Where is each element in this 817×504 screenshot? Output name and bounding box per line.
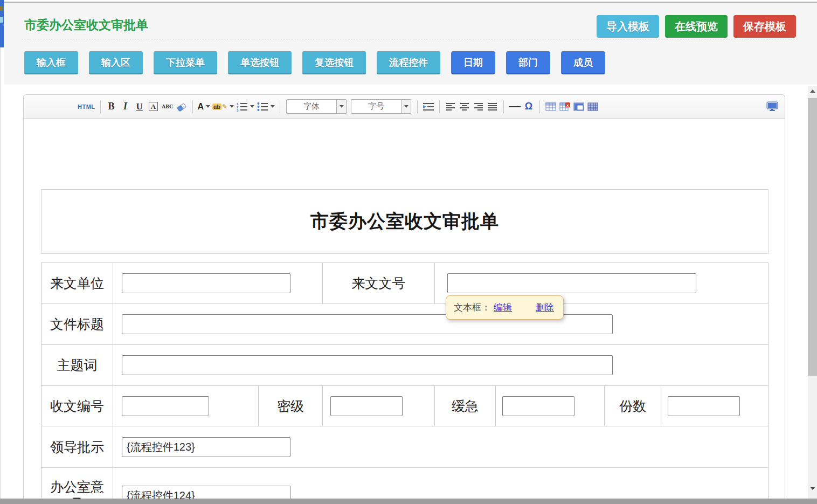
toolbar-separator [192,100,193,113]
chevron-down-icon[interactable] [401,100,411,113]
copies-input[interactable] [668,396,740,416]
strikethrough-icon[interactable]: ABC [161,100,175,114]
tooltip-label: 文本框： [454,301,490,314]
form-title: 市委办公室收文审批单 [310,209,499,234]
window-bottom-edge [0,499,817,504]
keywords-input[interactable] [122,355,613,375]
italic-icon[interactable]: I [119,100,133,114]
bold-icon[interactable]: B [105,100,119,114]
widget-flow-control-button[interactable]: 流程控件 [377,51,440,74]
online-preview-button[interactable]: 在线预览 [665,15,728,38]
table-row: 收文编号 密级 缓急 份数 [41,385,768,426]
table-frame-icon[interactable] [572,100,586,114]
editor-toolbar: HTML B I U A ABC A ab✎ 123 字体 [24,95,785,119]
table-row: 主题词 [41,344,768,386]
scroll-down-arrow-icon[interactable] [808,484,817,493]
toolbar-separator [280,100,280,113]
source-unit-input[interactable] [122,273,290,293]
svg-text:3: 3 [237,109,239,112]
label-receipt-number: 收文编号 [41,386,113,426]
form-title-cell: 市委办公室收文审批单 [41,189,768,254]
secrecy-input[interactable] [330,396,403,416]
table-grid-icon[interactable] [586,100,600,114]
chevron-down-icon [271,105,275,108]
tooltip-delete-link[interactable]: 删除 [536,301,554,314]
toolbar-separator [539,100,540,113]
widget-department-button[interactable]: 部门 [506,51,550,74]
window-left-edge [0,0,1,504]
rich-text-editor: HTML B I U A ABC A ab✎ 123 字体 [23,94,785,504]
toolbar-separator [503,100,504,113]
save-template-button[interactable]: 保存模板 [733,15,796,38]
widget-radio-button[interactable]: 单选按钮 [228,51,292,74]
highlight-color-icon[interactable]: ab✎ [211,100,235,114]
toolbar-separator [417,100,418,113]
widget-checkbox-button[interactable]: 复选按钮 [302,51,366,74]
left-window-sliver [0,0,4,47]
label-source-unit: 来文单位 [41,263,113,303]
font-name-icon[interactable]: A [147,100,161,114]
screen: 市委办公室收文审批单 导入模板 在线预览 保存模板 输入框 输入区 下拉菜单 单… [0,0,817,504]
chevron-down-icon[interactable] [336,100,346,113]
indent-icon[interactable] [421,100,435,114]
table-row: 领导批示 [41,426,768,468]
font-size-select[interactable]: 字号 [351,99,411,114]
widget-textarea-button[interactable]: 输入区 [89,51,143,74]
label-leader-comment: 领导批示 [41,426,113,467]
receipt-number-input[interactable] [122,396,209,416]
label-urgency: 缓急 [435,386,496,426]
label-copies: 份数 [605,386,661,426]
label-secrecy: 密级 [259,386,323,426]
table-row: 来文单位 来文文号 [41,263,768,303]
editor-canvas[interactable]: 市委办公室收文审批单 来文单位 来文文号 文件标题 [24,119,785,504]
font-color-icon[interactable]: A [197,100,212,114]
doc-number-input[interactable] [447,273,696,293]
toolbar-separator [100,100,101,113]
fullscreen-icon[interactable] [765,100,779,114]
widget-dropdown-button[interactable]: 下拉菜单 [154,51,217,74]
textbox-tooltip: 文本框： 编辑 删除 [446,295,564,320]
scrollbar-thumb[interactable] [808,98,817,376]
table-row: 文件标题 [41,303,768,345]
svg-text:x: x [566,102,569,107]
align-right-icon[interactable] [472,100,486,114]
import-template-button[interactable]: 导入模板 [597,15,659,38]
label-doc-title: 文件标题 [41,303,113,344]
font-family-select[interactable]: 字体 [286,99,347,114]
widget-input-box-button[interactable]: 输入框 [24,51,78,74]
chevron-down-icon [250,105,254,108]
pencil-icon: ✎ [222,103,227,111]
dashed-divider [22,39,798,39]
form-table: 来文单位 来文文号 文件标题 主题词 [41,263,768,504]
ordered-list-icon[interactable]: 123 [235,100,255,114]
leader-comment-input[interactable] [122,437,290,457]
page-title: 市委办公室收文审批单 [24,17,148,33]
align-left-icon[interactable] [444,100,458,114]
chevron-down-icon [230,105,234,108]
special-char-icon[interactable]: Ω [522,100,536,114]
urgency-input[interactable] [502,396,574,416]
underline-icon[interactable]: U [133,100,147,114]
widget-member-button[interactable]: 成员 [561,51,605,74]
align-center-icon[interactable] [458,100,472,114]
tooltip-edit-link[interactable]: 编辑 [494,301,512,314]
align-justify-icon[interactable] [486,100,500,114]
widget-date-button[interactable]: 日期 [451,51,495,74]
vertical-scrollbar[interactable] [808,86,817,499]
delete-table-icon[interactable]: x [558,100,572,114]
html-source-button[interactable]: HTML [77,100,96,114]
widget-button-row: 输入框 输入区 下拉菜单 单选按钮 复选按钮 流程控件 日期 部门 成员 [24,51,605,74]
unordered-list-icon[interactable] [255,100,276,114]
chevron-down-icon [206,105,210,108]
label-doc-number: 来文文号 [323,263,435,303]
horizontal-rule-icon[interactable] [508,100,522,114]
label-keywords: 主题词 [41,345,113,385]
toolbar-separator [439,100,440,113]
eraser-icon[interactable] [175,100,189,114]
scroll-up-arrow-icon[interactable] [808,86,817,95]
action-button-group: 导入模板 在线预览 保存模板 [597,15,796,38]
insert-table-icon[interactable] [544,100,558,114]
header: 市委办公室收文审批单 导入模板 在线预览 保存模板 输入框 输入区 下拉菜单 单… [4,3,817,85]
